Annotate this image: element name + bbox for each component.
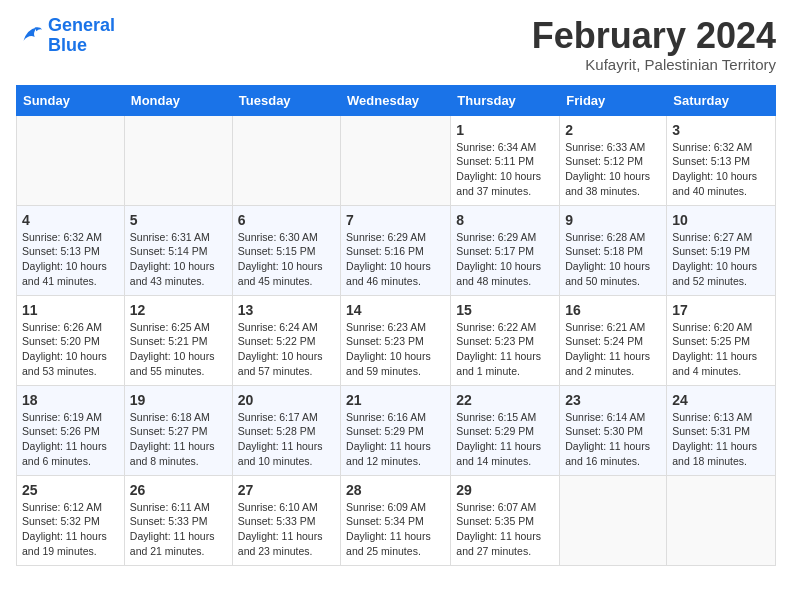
day-info: Sunrise: 6:26 AM Sunset: 5:20 PM Dayligh… xyxy=(22,320,119,379)
day-number: 12 xyxy=(130,302,227,318)
day-info: Sunrise: 6:14 AM Sunset: 5:30 PM Dayligh… xyxy=(565,410,661,469)
header-day-saturday: Saturday xyxy=(667,85,776,115)
day-info: Sunrise: 6:23 AM Sunset: 5:23 PM Dayligh… xyxy=(346,320,445,379)
calendar-cell xyxy=(17,115,125,205)
day-number: 25 xyxy=(22,482,119,498)
calendar-cell xyxy=(124,115,232,205)
day-number: 13 xyxy=(238,302,335,318)
calendar-header-row: SundayMondayTuesdayWednesdayThursdayFrid… xyxy=(17,85,776,115)
day-number: 16 xyxy=(565,302,661,318)
day-info: Sunrise: 6:28 AM Sunset: 5:18 PM Dayligh… xyxy=(565,230,661,289)
day-number: 19 xyxy=(130,392,227,408)
day-info: Sunrise: 6:17 AM Sunset: 5:28 PM Dayligh… xyxy=(238,410,335,469)
calendar-cell: 9Sunrise: 6:28 AM Sunset: 5:18 PM Daylig… xyxy=(560,205,667,295)
calendar-cell: 11Sunrise: 6:26 AM Sunset: 5:20 PM Dayli… xyxy=(17,295,125,385)
header-day-wednesday: Wednesday xyxy=(341,85,451,115)
calendar-week-4: 18Sunrise: 6:19 AM Sunset: 5:26 PM Dayli… xyxy=(17,385,776,475)
day-info: Sunrise: 6:20 AM Sunset: 5:25 PM Dayligh… xyxy=(672,320,770,379)
day-number: 4 xyxy=(22,212,119,228)
day-info: Sunrise: 6:16 AM Sunset: 5:29 PM Dayligh… xyxy=(346,410,445,469)
day-info: Sunrise: 6:11 AM Sunset: 5:33 PM Dayligh… xyxy=(130,500,227,559)
calendar-cell: 23Sunrise: 6:14 AM Sunset: 5:30 PM Dayli… xyxy=(560,385,667,475)
day-number: 15 xyxy=(456,302,554,318)
day-number: 23 xyxy=(565,392,661,408)
calendar-week-5: 25Sunrise: 6:12 AM Sunset: 5:32 PM Dayli… xyxy=(17,475,776,565)
day-number: 11 xyxy=(22,302,119,318)
calendar-cell: 6Sunrise: 6:30 AM Sunset: 5:15 PM Daylig… xyxy=(232,205,340,295)
calendar-cell: 13Sunrise: 6:24 AM Sunset: 5:22 PM Dayli… xyxy=(232,295,340,385)
day-info: Sunrise: 6:32 AM Sunset: 5:13 PM Dayligh… xyxy=(22,230,119,289)
calendar-cell: 2Sunrise: 6:33 AM Sunset: 5:12 PM Daylig… xyxy=(560,115,667,205)
day-info: Sunrise: 6:29 AM Sunset: 5:17 PM Dayligh… xyxy=(456,230,554,289)
day-number: 26 xyxy=(130,482,227,498)
calendar-cell: 28Sunrise: 6:09 AM Sunset: 5:34 PM Dayli… xyxy=(341,475,451,565)
calendar-cell: 18Sunrise: 6:19 AM Sunset: 5:26 PM Dayli… xyxy=(17,385,125,475)
header-day-tuesday: Tuesday xyxy=(232,85,340,115)
day-number: 10 xyxy=(672,212,770,228)
calendar-week-1: 1Sunrise: 6:34 AM Sunset: 5:11 PM Daylig… xyxy=(17,115,776,205)
calendar-cell: 26Sunrise: 6:11 AM Sunset: 5:33 PM Dayli… xyxy=(124,475,232,565)
day-number: 3 xyxy=(672,122,770,138)
day-info: Sunrise: 6:32 AM Sunset: 5:13 PM Dayligh… xyxy=(672,140,770,199)
calendar-cell xyxy=(232,115,340,205)
day-info: Sunrise: 6:07 AM Sunset: 5:35 PM Dayligh… xyxy=(456,500,554,559)
calendar-cell: 21Sunrise: 6:16 AM Sunset: 5:29 PM Dayli… xyxy=(341,385,451,475)
day-info: Sunrise: 6:22 AM Sunset: 5:23 PM Dayligh… xyxy=(456,320,554,379)
calendar-week-2: 4Sunrise: 6:32 AM Sunset: 5:13 PM Daylig… xyxy=(17,205,776,295)
day-number: 21 xyxy=(346,392,445,408)
day-number: 5 xyxy=(130,212,227,228)
calendar-cell: 22Sunrise: 6:15 AM Sunset: 5:29 PM Dayli… xyxy=(451,385,560,475)
calendar-cell: 20Sunrise: 6:17 AM Sunset: 5:28 PM Dayli… xyxy=(232,385,340,475)
calendar-cell: 5Sunrise: 6:31 AM Sunset: 5:14 PM Daylig… xyxy=(124,205,232,295)
day-number: 14 xyxy=(346,302,445,318)
day-number: 2 xyxy=(565,122,661,138)
day-info: Sunrise: 6:24 AM Sunset: 5:22 PM Dayligh… xyxy=(238,320,335,379)
logo: General Blue xyxy=(16,16,115,56)
page-header: General Blue February 2024 Kufayrit, Pal… xyxy=(16,16,776,73)
calendar-cell: 15Sunrise: 6:22 AM Sunset: 5:23 PM Dayli… xyxy=(451,295,560,385)
calendar-cell: 29Sunrise: 6:07 AM Sunset: 5:35 PM Dayli… xyxy=(451,475,560,565)
month-title: February 2024 xyxy=(532,16,776,56)
day-number: 6 xyxy=(238,212,335,228)
calendar-cell: 8Sunrise: 6:29 AM Sunset: 5:17 PM Daylig… xyxy=(451,205,560,295)
day-info: Sunrise: 6:18 AM Sunset: 5:27 PM Dayligh… xyxy=(130,410,227,469)
calendar-cell xyxy=(667,475,776,565)
day-info: Sunrise: 6:12 AM Sunset: 5:32 PM Dayligh… xyxy=(22,500,119,559)
calendar-cell: 16Sunrise: 6:21 AM Sunset: 5:24 PM Dayli… xyxy=(560,295,667,385)
calendar-cell: 19Sunrise: 6:18 AM Sunset: 5:27 PM Dayli… xyxy=(124,385,232,475)
calendar-cell: 17Sunrise: 6:20 AM Sunset: 5:25 PM Dayli… xyxy=(667,295,776,385)
day-info: Sunrise: 6:31 AM Sunset: 5:14 PM Dayligh… xyxy=(130,230,227,289)
day-info: Sunrise: 6:30 AM Sunset: 5:15 PM Dayligh… xyxy=(238,230,335,289)
title-area: February 2024 Kufayrit, Palestinian Terr… xyxy=(532,16,776,73)
logo-text: General Blue xyxy=(48,16,115,56)
calendar-cell: 27Sunrise: 6:10 AM Sunset: 5:33 PM Dayli… xyxy=(232,475,340,565)
day-info: Sunrise: 6:21 AM Sunset: 5:24 PM Dayligh… xyxy=(565,320,661,379)
day-number: 24 xyxy=(672,392,770,408)
calendar-week-3: 11Sunrise: 6:26 AM Sunset: 5:20 PM Dayli… xyxy=(17,295,776,385)
day-number: 1 xyxy=(456,122,554,138)
calendar-cell: 7Sunrise: 6:29 AM Sunset: 5:16 PM Daylig… xyxy=(341,205,451,295)
calendar-cell: 10Sunrise: 6:27 AM Sunset: 5:19 PM Dayli… xyxy=(667,205,776,295)
day-info: Sunrise: 6:13 AM Sunset: 5:31 PM Dayligh… xyxy=(672,410,770,469)
day-info: Sunrise: 6:33 AM Sunset: 5:12 PM Dayligh… xyxy=(565,140,661,199)
day-number: 27 xyxy=(238,482,335,498)
location: Kufayrit, Palestinian Territory xyxy=(532,56,776,73)
day-info: Sunrise: 6:19 AM Sunset: 5:26 PM Dayligh… xyxy=(22,410,119,469)
day-info: Sunrise: 6:15 AM Sunset: 5:29 PM Dayligh… xyxy=(456,410,554,469)
calendar-cell xyxy=(560,475,667,565)
day-number: 20 xyxy=(238,392,335,408)
calendar-cell: 1Sunrise: 6:34 AM Sunset: 5:11 PM Daylig… xyxy=(451,115,560,205)
day-info: Sunrise: 6:34 AM Sunset: 5:11 PM Dayligh… xyxy=(456,140,554,199)
calendar-cell: 14Sunrise: 6:23 AM Sunset: 5:23 PM Dayli… xyxy=(341,295,451,385)
day-info: Sunrise: 6:27 AM Sunset: 5:19 PM Dayligh… xyxy=(672,230,770,289)
header-day-friday: Friday xyxy=(560,85,667,115)
day-number: 7 xyxy=(346,212,445,228)
calendar-cell: 25Sunrise: 6:12 AM Sunset: 5:32 PM Dayli… xyxy=(17,475,125,565)
logo-icon xyxy=(16,22,44,50)
header-day-sunday: Sunday xyxy=(17,85,125,115)
day-info: Sunrise: 6:25 AM Sunset: 5:21 PM Dayligh… xyxy=(130,320,227,379)
day-number: 18 xyxy=(22,392,119,408)
header-day-thursday: Thursday xyxy=(451,85,560,115)
day-info: Sunrise: 6:10 AM Sunset: 5:33 PM Dayligh… xyxy=(238,500,335,559)
day-number: 22 xyxy=(456,392,554,408)
